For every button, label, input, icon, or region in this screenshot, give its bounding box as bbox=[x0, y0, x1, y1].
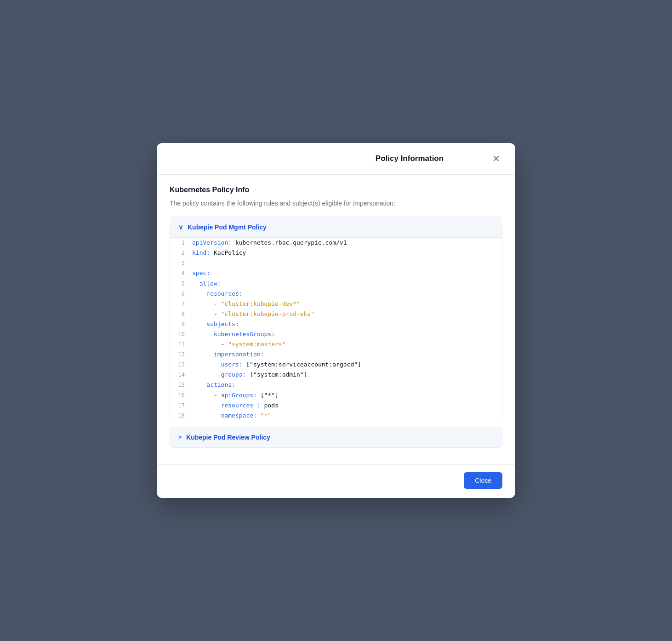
code-line: 6 resources: bbox=[170, 289, 502, 299]
policy-accordion-2: > Kubepie Pod Review Policy bbox=[170, 427, 502, 448]
chevron-down-icon: ∨ bbox=[178, 223, 183, 231]
modal-body: Kubernetes Policy Info The policy contai… bbox=[157, 175, 515, 464]
code-line: 10 kubernetesGroups: bbox=[170, 329, 502, 339]
accordion-title-1: Kubepie Pod Mgmt Policy bbox=[188, 223, 267, 231]
code-line: 2 kind: KacPolicy bbox=[170, 248, 502, 258]
policy-accordion-1: ∨ Kubepie Pod Mgmt Policy 1 apiVersion: … bbox=[170, 217, 502, 421]
accordion-title-2: Kubepie Pod Review Policy bbox=[186, 434, 270, 441]
code-line: 5 allow: bbox=[170, 279, 502, 289]
code-line: 14 groups: ["system:admin"] bbox=[170, 370, 502, 380]
code-line: 12 impersonation: bbox=[170, 349, 502, 360]
code-line: 7 - "cluster:kubepie-dev*" bbox=[170, 299, 502, 309]
close-action-button[interactable]: Close bbox=[464, 472, 502, 489]
modal-title: Policy Information bbox=[330, 154, 490, 163]
code-line: 3 bbox=[170, 258, 502, 268]
modal-overlay: Policy Information ✕ Kubernetes Policy I… bbox=[0, 0, 672, 641]
code-line: 13 users: ["system:serviceaccount:argocd… bbox=[170, 360, 502, 370]
code-block-1[interactable]: 1 apiVersion: kubernetes.rbac.querypie.c… bbox=[170, 238, 502, 421]
code-line: 17 resources : pods bbox=[170, 401, 502, 411]
modal-footer: Close bbox=[157, 464, 515, 498]
accordion-header-2[interactable]: > Kubepie Pod Review Policy bbox=[170, 427, 502, 447]
code-line: 4 spec: bbox=[170, 268, 502, 278]
modal-header: Policy Information ✕ bbox=[157, 143, 515, 175]
chevron-right-icon: > bbox=[178, 434, 182, 441]
accordion-header-1[interactable]: ∨ Kubepie Pod Mgmt Policy bbox=[170, 217, 502, 237]
modal-dialog: Policy Information ✕ Kubernetes Policy I… bbox=[157, 143, 515, 498]
close-icon: ✕ bbox=[492, 153, 500, 164]
section-title: Kubernetes Policy Info bbox=[170, 186, 502, 194]
modal-close-button[interactable]: ✕ bbox=[490, 152, 502, 165]
code-line: 16 - apiGroups: ["*"] bbox=[170, 390, 502, 401]
code-line: 1 apiVersion: kubernetes.rbac.querypie.c… bbox=[170, 238, 502, 248]
code-line: 15 actions: bbox=[170, 380, 502, 390]
section-description: The policy contains the following rules … bbox=[170, 199, 502, 208]
accordion-content-1: 1 apiVersion: kubernetes.rbac.querypie.c… bbox=[170, 237, 502, 421]
code-line: 9 subjects: bbox=[170, 319, 502, 329]
code-line: 11 - "system:masters" bbox=[170, 339, 502, 349]
code-line: 18 namespace: "*" bbox=[170, 411, 502, 421]
code-line: 8 - "cluster:kubepie-prod-eks" bbox=[170, 309, 502, 319]
